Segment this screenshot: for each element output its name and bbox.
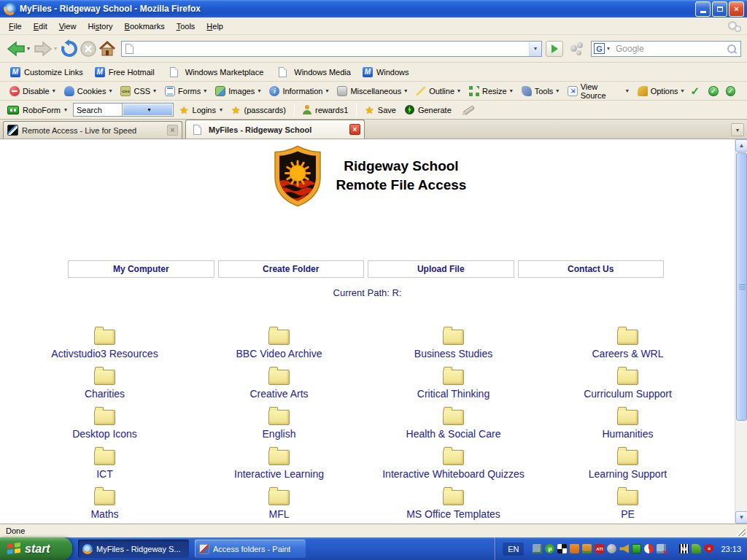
bookmark-windows-marketplace[interactable]: Windows Marketplace (162, 65, 268, 79)
roboform-rewards[interactable]: rewards1 (300, 104, 351, 116)
clock[interactable]: 23:13 (721, 545, 741, 553)
close-button[interactable]: × (729, 1, 744, 17)
roboform-menu[interactable]: RoboForm▾ (4, 104, 70, 116)
folder-item[interactable]: Interactive Whiteboard Quizzes (366, 443, 541, 483)
home-button[interactable] (98, 38, 117, 60)
restore-button[interactable] (712, 1, 727, 17)
taskbar-item-firefox[interactable]: MyFiles - Ridgeway S... (78, 540, 189, 558)
back-button[interactable] (6, 38, 26, 60)
webdev-miscellaneous[interactable]: Miscellaneous▾ (333, 84, 411, 98)
tab-close-icon[interactable]: × (167, 125, 178, 136)
extension-molecule-icon[interactable] (570, 42, 584, 55)
bookmark-free-hotmail[interactable]: MFree Hotmail (90, 65, 159, 79)
folder-item[interactable]: Curriculum Support (541, 363, 715, 403)
folder-item[interactable]: English (192, 403, 366, 443)
forward-history-dropdown[interactable]: ▾ (54, 45, 57, 52)
roboform-search-value[interactable]: Search (74, 106, 123, 114)
folder-item[interactable]: Interactive Learning (192, 443, 366, 483)
combo-dropdown-icon[interactable]: ▾ (123, 104, 173, 116)
folder-item[interactable]: Maths (18, 483, 192, 524)
forward-button[interactable] (33, 38, 53, 60)
scrollbar-thumb[interactable] (736, 152, 747, 421)
folder-item[interactable]: PE (541, 483, 715, 524)
webdev-cookies[interactable]: Cookies▾ (61, 84, 116, 98)
security-alert-icon[interactable]: × (704, 544, 713, 553)
webdev-tools[interactable]: Tools▾ (518, 84, 563, 98)
back-history-dropdown[interactable]: ▾ (27, 45, 30, 52)
folder-item[interactable]: MS Office Templates (366, 483, 541, 524)
folder-item[interactable]: Learning Support (541, 443, 715, 483)
system-tool-icon[interactable] (692, 544, 701, 553)
folder-item[interactable]: Creative Arts (192, 363, 366, 403)
search-magnifier-icon[interactable] (727, 44, 736, 53)
search-input[interactable]: Google (613, 44, 727, 54)
menu-bookmarks[interactable]: Bookmarks (119, 19, 171, 34)
java-icon[interactable] (570, 544, 579, 553)
folder-item[interactable]: Careers & WRL (541, 323, 715, 363)
watchguard-icon[interactable]: W (679, 544, 689, 553)
create-folder-button[interactable]: Create Folder (218, 260, 365, 278)
search-box[interactable]: G ▾ Google (591, 41, 741, 57)
roboform-generate[interactable]: Generate (402, 104, 454, 116)
folder-item[interactable]: Activstudio3 Resources (18, 323, 192, 363)
webdev-css[interactable]: cssCSS▾ (117, 84, 160, 98)
resize-grip[interactable] (736, 526, 746, 536)
folder-item[interactable]: ICT (18, 443, 192, 483)
scroll-up-icon[interactable]: ▲ (735, 139, 747, 152)
webdev-information[interactable]: iInformation▾ (266, 84, 332, 98)
utorrent-icon[interactable]: μ (545, 544, 554, 553)
upload-file-button[interactable]: Upload File (368, 260, 514, 278)
bookmark-windows-media[interactable]: Windows Media (271, 65, 355, 79)
menu-view[interactable]: View (53, 19, 82, 34)
form-filler-pencil-icon[interactable] (463, 104, 476, 114)
flash-icon[interactable] (644, 544, 654, 553)
search-engine-dropdown[interactable]: ▾ (607, 45, 610, 52)
java-update-icon[interactable] (582, 544, 592, 553)
webdev-outline[interactable]: Outline▾ (412, 84, 464, 98)
roboform-search-combo[interactable]: Search ▾ (73, 103, 174, 117)
contact-us-button[interactable]: Contact Us (518, 260, 665, 278)
globe-icon[interactable] (607, 544, 616, 553)
tab-close-icon[interactable]: × (349, 124, 360, 135)
roboform-logins[interactable]: ★Logins▾ (177, 103, 225, 117)
folder-item[interactable]: Charities (18, 363, 192, 403)
volume-icon[interactable] (619, 544, 629, 553)
menu-edit[interactable]: Edit (28, 19, 53, 34)
tab-remote-access[interactable]: Remote Access - Live for Speed × (3, 121, 182, 139)
menu-file[interactable]: File (3, 19, 28, 34)
google-engine-icon[interactable]: G (594, 43, 605, 54)
bookmark-windows[interactable]: MWindows (358, 65, 414, 79)
folder-item[interactable]: Desktop Icons (18, 403, 192, 443)
folder-item[interactable]: Critical Thinking (366, 363, 541, 403)
minimize-button[interactable] (695, 1, 711, 17)
folder-item[interactable]: Humanities (541, 403, 715, 443)
taskbar-item-paint[interactable]: Access folders - Paint (195, 540, 306, 558)
go-button[interactable] (546, 41, 563, 57)
webdev-disable[interactable]: Disable▾ (6, 84, 59, 98)
display-signal-icon[interactable] (533, 544, 542, 553)
menu-history[interactable]: History (82, 19, 118, 34)
roboform-save[interactable]: ★Save (362, 103, 399, 117)
menu-tools[interactable]: Tools (171, 19, 201, 34)
tab-myfiles[interactable]: MyFiles - Ridgeway School × (185, 120, 365, 139)
folder-item[interactable]: Health & Social Care (366, 403, 541, 443)
ati-icon[interactable]: ATI (595, 544, 604, 553)
webdev-forms[interactable]: Forms▾ (161, 84, 210, 98)
folder-item[interactable]: BBC Video Archive (192, 323, 366, 363)
start-button[interactable]: start (0, 537, 72, 560)
address-bar[interactable]: ▾ (121, 41, 542, 57)
tab-list-dropdown[interactable]: ▾ (731, 123, 744, 136)
webdev-images[interactable]: Images▾ (212, 84, 264, 98)
webdev-view-source[interactable]: ⇲View Source▾ (564, 80, 632, 102)
language-indicator[interactable]: EN (503, 542, 524, 556)
menu-help[interactable]: Help (201, 19, 229, 34)
folder-item[interactable]: MFL (192, 483, 366, 524)
reload-button[interactable] (60, 38, 79, 60)
folder-item[interactable]: Business Studies (366, 323, 541, 363)
scroll-down-icon[interactable]: ▼ (735, 511, 747, 524)
roboform-passcards[interactable]: ★(passcards) (228, 103, 289, 117)
bookmark-customize-links[interactable]: MCustomize Links (6, 65, 88, 79)
vertical-scrollbar[interactable]: ▲ ▼ (735, 139, 747, 524)
address-dropdown[interactable]: ▾ (529, 42, 541, 56)
webdev-options[interactable]: Options▾ (634, 84, 688, 98)
